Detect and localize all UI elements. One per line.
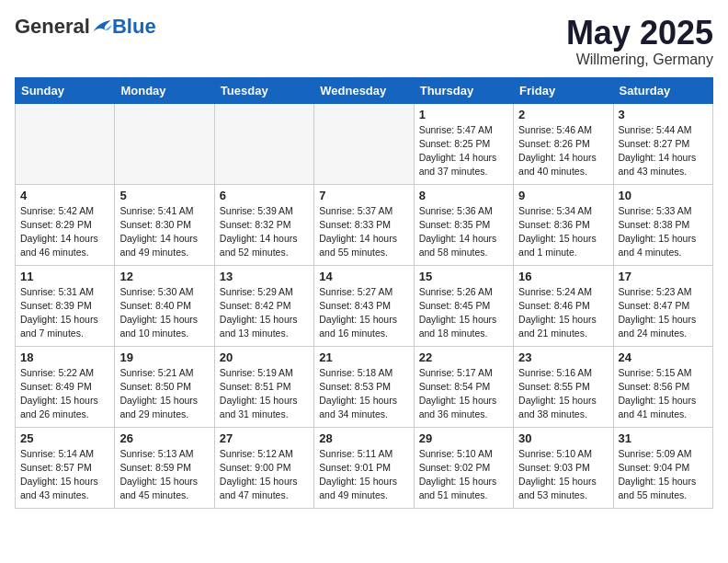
day-number: 9 — [518, 189, 608, 202]
day-number: 25 — [20, 431, 109, 445]
calendar-cell: 26Sunrise: 5:13 AMSunset: 8:59 PMDayligh… — [115, 427, 214, 508]
day-number: 10 — [619, 189, 708, 202]
calendar-cell: 5Sunrise: 5:41 AMSunset: 8:30 PMDaylight… — [115, 184, 214, 265]
weekday-header-saturday: Saturday — [613, 77, 712, 103]
day-number: 31 — [619, 431, 708, 445]
calendar-cell: 22Sunrise: 5:17 AMSunset: 8:54 PMDayligh… — [414, 346, 513, 427]
calendar-cell: 17Sunrise: 5:23 AMSunset: 8:47 PMDayligh… — [613, 265, 712, 346]
day-number: 3 — [619, 108, 708, 121]
calendar-cell: 11Sunrise: 5:31 AMSunset: 8:39 PMDayligh… — [16, 265, 115, 346]
day-info: Sunrise: 5:29 AMSunset: 8:42 PMDaylight:… — [220, 285, 309, 341]
weekday-header-friday: Friday — [514, 77, 613, 103]
week-row-5: 25Sunrise: 5:14 AMSunset: 8:57 PMDayligh… — [16, 427, 713, 508]
calendar-cell: 14Sunrise: 5:27 AMSunset: 8:43 PMDayligh… — [314, 265, 414, 346]
day-number: 18 — [20, 350, 109, 364]
calendar-cell: 1Sunrise: 5:47 AMSunset: 8:25 PMDaylight… — [414, 103, 513, 184]
day-number: 21 — [319, 350, 408, 364]
day-info: Sunrise: 5:16 AMSunset: 8:55 PMDaylight:… — [518, 366, 608, 422]
day-info: Sunrise: 5:42 AMSunset: 8:29 PMDaylight:… — [20, 204, 109, 260]
page-header: General Blue May 2025 Willmering, German… — [15, 15, 713, 68]
day-info: Sunrise: 5:27 AMSunset: 8:43 PMDaylight:… — [319, 285, 408, 341]
day-info: Sunrise: 5:14 AMSunset: 8:57 PMDaylight:… — [20, 447, 109, 503]
calendar-cell — [214, 103, 313, 184]
day-info: Sunrise: 5:39 AMSunset: 8:32 PMDaylight:… — [220, 204, 309, 260]
calendar-cell: 9Sunrise: 5:34 AMSunset: 8:36 PMDaylight… — [514, 184, 613, 265]
day-number: 4 — [20, 189, 109, 202]
day-info: Sunrise: 5:36 AMSunset: 8:35 PMDaylight:… — [419, 204, 508, 260]
day-number: 12 — [119, 270, 209, 283]
day-number: 6 — [220, 189, 309, 202]
calendar-table: SundayMondayTuesdayWednesdayThursdayFrid… — [15, 77, 713, 509]
day-info: Sunrise: 5:19 AMSunset: 8:51 PMDaylight:… — [220, 366, 309, 422]
weekday-header-tuesday: Tuesday — [214, 77, 313, 103]
day-info: Sunrise: 5:37 AMSunset: 8:33 PMDaylight:… — [319, 204, 408, 260]
calendar-cell: 10Sunrise: 5:33 AMSunset: 8:38 PMDayligh… — [613, 184, 712, 265]
weekday-header-thursday: Thursday — [414, 77, 513, 103]
day-number: 29 — [419, 431, 508, 445]
calendar-cell: 28Sunrise: 5:11 AMSunset: 9:01 PMDayligh… — [314, 427, 414, 508]
day-number: 7 — [319, 189, 408, 202]
month-year-title: May 2025 — [566, 15, 713, 52]
day-info: Sunrise: 5:10 AMSunset: 9:02 PMDaylight:… — [419, 447, 508, 503]
day-number: 14 — [319, 270, 408, 283]
day-info: Sunrise: 5:26 AMSunset: 8:45 PMDaylight:… — [419, 285, 508, 341]
calendar-cell: 23Sunrise: 5:16 AMSunset: 8:55 PMDayligh… — [514, 346, 613, 427]
day-info: Sunrise: 5:41 AMSunset: 8:30 PMDaylight:… — [119, 204, 209, 260]
calendar-cell: 8Sunrise: 5:36 AMSunset: 8:35 PMDaylight… — [414, 184, 513, 265]
calendar-cell: 2Sunrise: 5:46 AMSunset: 8:26 PMDaylight… — [514, 103, 613, 184]
day-info: Sunrise: 5:44 AMSunset: 8:27 PMDaylight:… — [619, 123, 708, 179]
calendar-cell — [115, 103, 214, 184]
day-info: Sunrise: 5:31 AMSunset: 8:39 PMDaylight:… — [20, 285, 109, 341]
day-info: Sunrise: 5:18 AMSunset: 8:53 PMDaylight:… — [319, 366, 408, 422]
day-info: Sunrise: 5:30 AMSunset: 8:40 PMDaylight:… — [119, 285, 209, 341]
day-number: 20 — [220, 350, 309, 364]
day-number: 17 — [619, 270, 708, 283]
day-number: 15 — [419, 270, 508, 283]
logo-general-text: General — [15, 15, 90, 39]
calendar-cell — [16, 103, 115, 184]
weekday-header-wednesday: Wednesday — [314, 77, 414, 103]
title-block: May 2025 Willmering, Germany — [566, 15, 713, 68]
day-info: Sunrise: 5:17 AMSunset: 8:54 PMDaylight:… — [419, 366, 508, 422]
day-info: Sunrise: 5:10 AMSunset: 9:03 PMDaylight:… — [518, 447, 608, 503]
day-info: Sunrise: 5:22 AMSunset: 8:49 PMDaylight:… — [20, 366, 109, 422]
day-info: Sunrise: 5:23 AMSunset: 8:47 PMDaylight:… — [619, 285, 708, 341]
week-row-4: 18Sunrise: 5:22 AMSunset: 8:49 PMDayligh… — [16, 346, 713, 427]
calendar-cell: 20Sunrise: 5:19 AMSunset: 8:51 PMDayligh… — [214, 346, 313, 427]
calendar-cell: 30Sunrise: 5:10 AMSunset: 9:03 PMDayligh… — [514, 427, 613, 508]
day-number: 13 — [220, 270, 309, 283]
day-number: 22 — [419, 350, 508, 364]
day-number: 11 — [20, 270, 109, 283]
calendar-cell: 6Sunrise: 5:39 AMSunset: 8:32 PMDaylight… — [214, 184, 313, 265]
calendar-cell: 7Sunrise: 5:37 AMSunset: 8:33 PMDaylight… — [314, 184, 414, 265]
logo-bird-icon — [92, 18, 112, 35]
calendar-cell: 13Sunrise: 5:29 AMSunset: 8:42 PMDayligh… — [214, 265, 313, 346]
day-number: 28 — [319, 431, 408, 445]
day-info: Sunrise: 5:34 AMSunset: 8:36 PMDaylight:… — [518, 204, 608, 260]
weekday-header-sunday: Sunday — [16, 77, 115, 103]
calendar-cell: 27Sunrise: 5:12 AMSunset: 9:00 PMDayligh… — [214, 427, 313, 508]
day-info: Sunrise: 5:24 AMSunset: 8:46 PMDaylight:… — [518, 285, 608, 341]
week-row-3: 11Sunrise: 5:31 AMSunset: 8:39 PMDayligh… — [16, 265, 713, 346]
day-number: 8 — [419, 189, 508, 202]
calendar-cell: 3Sunrise: 5:44 AMSunset: 8:27 PMDaylight… — [613, 103, 712, 184]
calendar-cell: 19Sunrise: 5:21 AMSunset: 8:50 PMDayligh… — [115, 346, 214, 427]
day-info: Sunrise: 5:46 AMSunset: 8:26 PMDaylight:… — [518, 123, 608, 179]
calendar-cell: 16Sunrise: 5:24 AMSunset: 8:46 PMDayligh… — [514, 265, 613, 346]
calendar-cell: 24Sunrise: 5:15 AMSunset: 8:56 PMDayligh… — [613, 346, 712, 427]
day-info: Sunrise: 5:11 AMSunset: 9:01 PMDaylight:… — [319, 447, 408, 503]
day-info: Sunrise: 5:13 AMSunset: 8:59 PMDaylight:… — [119, 447, 209, 503]
day-number: 27 — [220, 431, 309, 445]
week-row-2: 4Sunrise: 5:42 AMSunset: 8:29 PMDaylight… — [16, 184, 713, 265]
day-info: Sunrise: 5:47 AMSunset: 8:25 PMDaylight:… — [419, 123, 508, 179]
day-info: Sunrise: 5:33 AMSunset: 8:38 PMDaylight:… — [619, 204, 708, 260]
calendar-cell: 21Sunrise: 5:18 AMSunset: 8:53 PMDayligh… — [314, 346, 414, 427]
week-row-1: 1Sunrise: 5:47 AMSunset: 8:25 PMDaylight… — [16, 103, 713, 184]
calendar-cell: 25Sunrise: 5:14 AMSunset: 8:57 PMDayligh… — [16, 427, 115, 508]
day-number: 1 — [419, 108, 508, 121]
weekday-header-row: SundayMondayTuesdayWednesdayThursdayFrid… — [16, 77, 713, 103]
day-number: 5 — [119, 189, 209, 202]
day-info: Sunrise: 5:09 AMSunset: 9:04 PMDaylight:… — [619, 447, 708, 503]
location-subtitle: Willmering, Germany — [566, 52, 713, 68]
day-number: 19 — [119, 350, 209, 364]
